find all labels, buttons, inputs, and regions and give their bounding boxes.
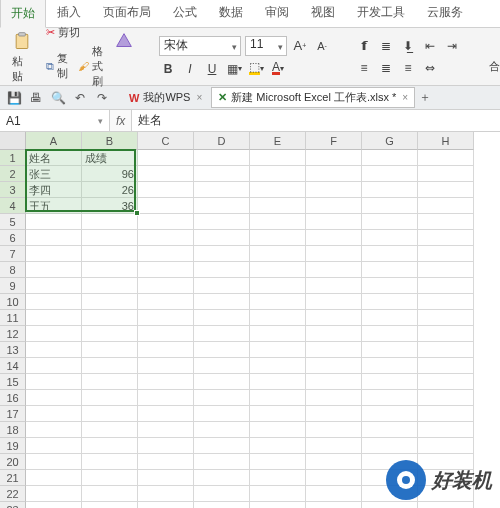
cell[interactable] bbox=[362, 198, 418, 214]
cell[interactable] bbox=[194, 486, 250, 502]
cell[interactable] bbox=[418, 230, 474, 246]
paste-button[interactable]: 粘贴 bbox=[8, 33, 36, 81]
cell[interactable] bbox=[362, 406, 418, 422]
cell[interactable] bbox=[138, 486, 194, 502]
align-bottom-button[interactable]: ⬇̲ bbox=[399, 37, 417, 55]
cell[interactable] bbox=[362, 214, 418, 230]
cell[interactable] bbox=[26, 422, 82, 438]
cell[interactable] bbox=[418, 502, 474, 508]
indent-increase-button[interactable]: ⇥ bbox=[443, 37, 461, 55]
cell[interactable] bbox=[82, 486, 138, 502]
cell[interactable] bbox=[250, 214, 306, 230]
cell[interactable] bbox=[138, 150, 194, 166]
cell[interactable] bbox=[418, 262, 474, 278]
cell[interactable] bbox=[306, 470, 362, 486]
cell[interactable] bbox=[138, 454, 194, 470]
cell[interactable] bbox=[82, 278, 138, 294]
cell[interactable] bbox=[362, 262, 418, 278]
cell[interactable] bbox=[26, 454, 82, 470]
cell[interactable] bbox=[418, 214, 474, 230]
align-center-button[interactable]: ≣ bbox=[377, 59, 395, 77]
cell[interactable] bbox=[418, 438, 474, 454]
print-icon[interactable]: 🖶 bbox=[28, 90, 44, 106]
cell[interactable] bbox=[138, 310, 194, 326]
cell[interactable] bbox=[26, 342, 82, 358]
cell[interactable] bbox=[138, 198, 194, 214]
cell[interactable] bbox=[418, 390, 474, 406]
doctab-mywps[interactable]: W 我的WPS × bbox=[122, 87, 209, 108]
cell[interactable] bbox=[194, 390, 250, 406]
formula-input[interactable]: 姓名 bbox=[131, 110, 500, 131]
cell[interactable] bbox=[250, 166, 306, 182]
cell[interactable] bbox=[362, 150, 418, 166]
cell[interactable] bbox=[362, 502, 418, 508]
cell[interactable]: 李四 bbox=[26, 182, 82, 198]
cell[interactable] bbox=[250, 278, 306, 294]
fill-handle[interactable] bbox=[134, 210, 140, 216]
cell[interactable] bbox=[138, 470, 194, 486]
cell[interactable] bbox=[26, 230, 82, 246]
row-header[interactable]: 2 bbox=[0, 166, 26, 182]
cell[interactable]: 96 bbox=[82, 166, 138, 182]
tab-公式[interactable]: 公式 bbox=[162, 0, 208, 27]
row-header[interactable]: 21 bbox=[0, 470, 26, 486]
cell[interactable] bbox=[138, 246, 194, 262]
cell[interactable]: 成绩 bbox=[82, 150, 138, 166]
copy-button[interactable]: ⧉复制 bbox=[44, 43, 70, 90]
close-icon[interactable]: × bbox=[402, 92, 408, 103]
cell[interactable] bbox=[306, 294, 362, 310]
fx-icon[interactable]: fx bbox=[110, 114, 131, 128]
cell[interactable] bbox=[418, 342, 474, 358]
cell[interactable] bbox=[26, 294, 82, 310]
cell[interactable] bbox=[26, 374, 82, 390]
cell[interactable] bbox=[194, 246, 250, 262]
cell[interactable] bbox=[138, 342, 194, 358]
cell[interactable] bbox=[250, 486, 306, 502]
row-header[interactable]: 19 bbox=[0, 438, 26, 454]
cell[interactable] bbox=[138, 326, 194, 342]
tab-视图[interactable]: 视图 bbox=[300, 0, 346, 27]
cell[interactable] bbox=[138, 374, 194, 390]
row-header[interactable]: 18 bbox=[0, 422, 26, 438]
cell[interactable] bbox=[250, 390, 306, 406]
cell[interactable] bbox=[362, 374, 418, 390]
cell[interactable] bbox=[306, 278, 362, 294]
cell[interactable] bbox=[250, 230, 306, 246]
cell[interactable]: 姓名 bbox=[26, 150, 82, 166]
cell[interactable] bbox=[26, 358, 82, 374]
cell[interactable] bbox=[418, 198, 474, 214]
tab-数据[interactable]: 数据 bbox=[208, 0, 254, 27]
tab-审阅[interactable]: 审阅 bbox=[254, 0, 300, 27]
cell[interactable] bbox=[306, 502, 362, 508]
cell[interactable] bbox=[194, 262, 250, 278]
cell[interactable] bbox=[26, 486, 82, 502]
cell[interactable] bbox=[362, 342, 418, 358]
cell[interactable] bbox=[138, 390, 194, 406]
row-header[interactable]: 15 bbox=[0, 374, 26, 390]
cell[interactable] bbox=[26, 310, 82, 326]
cell[interactable] bbox=[306, 454, 362, 470]
row-header[interactable]: 16 bbox=[0, 390, 26, 406]
cell[interactable] bbox=[418, 406, 474, 422]
cell[interactable] bbox=[194, 358, 250, 374]
cell-grid[interactable]: 姓名成绩张三96李四26王五36 bbox=[26, 150, 474, 508]
cell[interactable]: 张三 bbox=[26, 166, 82, 182]
cell[interactable] bbox=[250, 294, 306, 310]
cell[interactable] bbox=[306, 198, 362, 214]
cell[interactable] bbox=[362, 278, 418, 294]
cell[interactable] bbox=[306, 310, 362, 326]
cell[interactable] bbox=[26, 262, 82, 278]
cell[interactable]: 26 bbox=[82, 182, 138, 198]
cell[interactable] bbox=[250, 358, 306, 374]
cell[interactable] bbox=[306, 438, 362, 454]
cell[interactable] bbox=[418, 166, 474, 182]
cell[interactable] bbox=[194, 310, 250, 326]
cell[interactable] bbox=[138, 294, 194, 310]
cut-button[interactable]: 剪切 bbox=[44, 24, 105, 41]
cell[interactable]: 王五 bbox=[26, 198, 82, 214]
cell[interactable] bbox=[82, 422, 138, 438]
row-header[interactable]: 12 bbox=[0, 326, 26, 342]
cell[interactable] bbox=[306, 406, 362, 422]
cell[interactable] bbox=[362, 326, 418, 342]
cell[interactable] bbox=[362, 230, 418, 246]
